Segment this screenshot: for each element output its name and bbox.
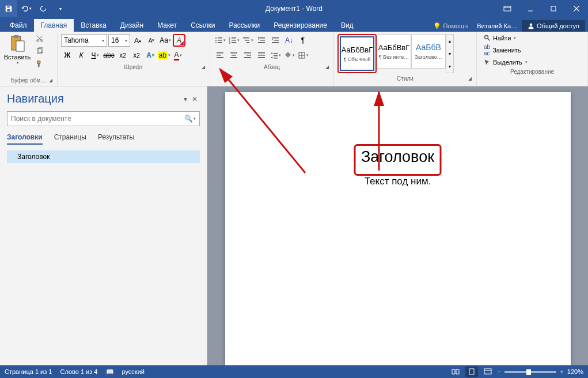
bold-button[interactable]: Ж — [61, 49, 74, 62]
tab-design[interactable]: Дизайн — [113, 19, 150, 32]
font-color-button[interactable]: A▾ — [172, 49, 184, 62]
paragraph-dialog-launcher[interactable]: ◢ — [324, 65, 330, 70]
text-effects-button[interactable]: A▾ — [144, 49, 157, 62]
navigation-close[interactable]: ✕ — [189, 95, 200, 103]
align-center-button[interactable] — [227, 49, 240, 62]
svg-point-17 — [215, 42, 217, 43]
tab-layout[interactable]: Макет — [150, 19, 184, 32]
nav-tab-results[interactable]: Результаты — [98, 133, 134, 145]
strikethrough-button[interactable]: abc — [103, 49, 115, 62]
tab-file[interactable]: Файл — [3, 19, 34, 32]
clear-formatting-button[interactable]: A◢ — [173, 34, 185, 47]
nav-tab-pages[interactable]: Страницы — [54, 133, 86, 145]
line-spacing-button[interactable]: ▾ — [269, 49, 282, 62]
styles-dialog-launcher[interactable]: ◢ — [467, 76, 473, 82]
close-button[interactable] — [565, 0, 588, 17]
underline-button[interactable]: Ч▾ — [89, 49, 101, 62]
zoom-in-button[interactable]: + — [560, 368, 563, 375]
font-size-combo[interactable]: 16▾ — [108, 34, 130, 47]
select-button[interactable]: Выделить▾ — [480, 58, 584, 66]
status-words[interactable]: Слово 1 из 4 — [60, 368, 97, 375]
tab-mailings[interactable]: Рассылки — [222, 19, 267, 32]
status-page[interactable]: Страница 1 из 1 — [5, 368, 52, 375]
find-button[interactable]: Найти▾ — [480, 34, 584, 42]
view-print-layout[interactable] — [465, 366, 478, 377]
clipboard-dialog-launcher[interactable]: ◢ — [48, 78, 54, 84]
paste-button[interactable]: Вставить ▾ — [2, 33, 32, 66]
share-button[interactable]: Общий доступ — [522, 20, 585, 32]
tab-view[interactable]: Вид — [334, 19, 361, 32]
navigation-search-input[interactable] — [11, 115, 184, 123]
cut-button[interactable] — [33, 33, 46, 44]
italic-button[interactable]: К — [75, 49, 88, 62]
svg-rect-2 — [551, 6, 556, 11]
window-title: Документ1 - Word — [265, 5, 323, 13]
font-dialog-launcher[interactable]: ◢ — [200, 65, 206, 70]
shrink-font-button[interactable]: A▾ — [145, 34, 158, 47]
status-language[interactable]: русский — [122, 368, 145, 375]
decrease-indent-button[interactable] — [255, 34, 268, 47]
svg-rect-40 — [244, 52, 251, 54]
font-name-combo[interactable]: Tahoma▾ — [61, 34, 107, 47]
increase-indent-button[interactable] — [269, 34, 282, 47]
user-account[interactable]: Виталий Ка… — [472, 22, 522, 29]
view-read-mode[interactable] — [449, 366, 462, 377]
tab-home[interactable]: Главная — [34, 19, 74, 32]
style-normal[interactable]: АаБбВвГ ¶ Обычный — [340, 36, 374, 71]
show-marks-button[interactable]: ¶ — [297, 34, 309, 47]
superscript-button[interactable]: x2 — [130, 49, 143, 62]
qat-customize-button[interactable]: ▾ — [52, 0, 69, 17]
nav-heading-item[interactable]: Заголовок — [7, 150, 200, 163]
subscript-button[interactable]: x2 — [116, 49, 129, 62]
svg-rect-14 — [218, 37, 222, 39]
format-painter-button[interactable] — [33, 58, 46, 70]
tab-references[interactable]: Ссылки — [184, 19, 222, 32]
paragraph-group-label: Абзац◢ — [213, 63, 331, 71]
styles-scroll-down[interactable]: ▾ — [446, 47, 453, 60]
nav-tab-headings[interactable]: Заголовки — [7, 133, 43, 145]
tell-me[interactable]: 💡 Помощн — [428, 22, 472, 30]
tab-review[interactable]: Рецензирование — [267, 19, 334, 32]
minimize-button[interactable] — [519, 0, 542, 17]
highlight-color-button[interactable]: ab▾ — [158, 49, 170, 62]
zoom-level[interactable]: 120% — [567, 368, 583, 375]
numbering-button[interactable]: 123▾ — [227, 34, 240, 47]
svg-rect-30 — [258, 42, 265, 43]
undo-button[interactable]: ▾ — [17, 0, 35, 17]
document-page[interactable]: Заголовок Текст под ним. — [225, 92, 571, 365]
status-proofing-icon[interactable]: 📖 — [106, 368, 114, 376]
svg-rect-0 — [504, 6, 511, 11]
sort-button[interactable]: A↓ — [283, 34, 295, 47]
change-case-button[interactable]: Aa▾ — [159, 34, 172, 47]
align-right-button[interactable] — [241, 49, 254, 62]
navigation-dropdown[interactable]: ▾ — [181, 95, 189, 103]
align-left-button[interactable] — [214, 49, 226, 62]
zoom-out-button[interactable]: − — [498, 368, 501, 375]
save-button[interactable] — [0, 0, 17, 17]
bullets-button[interactable]: ▾ — [214, 34, 226, 47]
redo-button[interactable] — [35, 0, 52, 17]
justify-button[interactable] — [255, 49, 268, 62]
multilevel-list-button[interactable]: ▾ — [241, 34, 254, 47]
replace-button[interactable]: abac Заменить — [480, 43, 584, 57]
grow-font-button[interactable]: A▴ — [131, 34, 144, 47]
copy-button[interactable] — [33, 46, 46, 57]
ribbon-options-button[interactable] — [496, 0, 519, 17]
style-heading1[interactable]: АаБбВ Заголово… — [411, 34, 446, 69]
view-web-layout[interactable] — [481, 366, 494, 377]
svg-point-13 — [215, 37, 217, 39]
search-icon[interactable]: 🔍 — [184, 115, 193, 123]
svg-rect-46 — [274, 53, 278, 54]
zoom-slider[interactable] — [504, 371, 556, 373]
font-group-label: Шрифт◢ — [60, 63, 207, 71]
navigation-search[interactable]: 🔍▾ — [7, 111, 200, 126]
doc-body-text[interactable]: Текст под ним. — [248, 176, 548, 187]
borders-button[interactable]: ▾ — [297, 49, 309, 62]
shading-button[interactable]: ▾ — [283, 49, 295, 62]
styles-scroll-up[interactable]: ▴ — [446, 35, 453, 47]
style-no-spacing[interactable]: АаБбВвГ ¶ Без инте… — [377, 34, 411, 69]
doc-heading-text[interactable]: Заголовок — [361, 148, 434, 166]
maximize-button[interactable] — [542, 0, 565, 17]
styles-expand[interactable]: ▾ — [446, 60, 453, 73]
tab-insert[interactable]: Вставка — [74, 19, 113, 32]
